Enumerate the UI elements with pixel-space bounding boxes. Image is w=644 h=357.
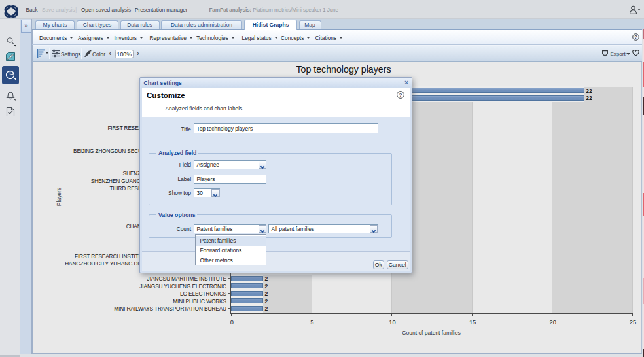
- svg-text:?: ?: [634, 34, 637, 40]
- svg-text:?: ?: [399, 92, 402, 98]
